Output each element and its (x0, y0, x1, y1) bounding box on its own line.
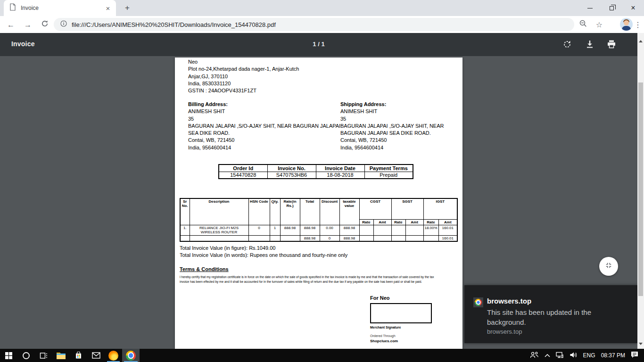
close-window-button[interactable]: × (622, 0, 644, 16)
tray-expand-chevron-icon[interactable] (545, 352, 550, 359)
back-button[interactable]: ← (6, 20, 16, 30)
merchant-signature-label: Merchant Signature (370, 326, 401, 329)
fit-page-button[interactable] (599, 257, 618, 276)
print-icon[interactable] (606, 39, 618, 50)
column-header: CGST (359, 198, 391, 219)
item-qty: 1 (270, 225, 280, 235)
mail-icon (92, 352, 100, 359)
address-line: Contai, WB, 721450 (340, 137, 450, 144)
mail-button[interactable] (87, 349, 105, 362)
microsoft-store-button[interactable] (70, 349, 87, 362)
billing-address-block: Billing Address: ANIMESH SHIT 35 BAGURAN… (188, 101, 341, 151)
minimize-icon (587, 8, 593, 8)
tab-invoice[interactable]: Invoice × (4, 0, 116, 16)
total-in-words: Total Invoice Value (in words): Rupees o… (180, 252, 347, 259)
totals-total: 888.98 (300, 235, 320, 241)
terms-heading: Terms & Conditions (180, 266, 229, 272)
cortana-button[interactable] (17, 349, 35, 362)
microsoft-store-icon (75, 352, 82, 359)
column-header: Order Id (219, 165, 267, 172)
ordered-through-label: Ordered Through (370, 334, 396, 337)
cortana-icon (23, 352, 30, 359)
item-discount: 0.00 (320, 225, 339, 235)
item-hsn: 0 (248, 225, 270, 235)
address-line: India, 8530331120 (188, 80, 386, 87)
task-view-icon (40, 352, 48, 359)
rotate-icon[interactable] (562, 39, 573, 50)
scroll-down-icon[interactable] (639, 343, 643, 345)
forward-button[interactable]: → (23, 20, 33, 30)
document-icon (9, 3, 16, 13)
new-tab-button[interactable]: + (121, 2, 134, 14)
billing-heading: Billing Address: (188, 101, 341, 108)
address-line: ANIMESH SHIT (340, 108, 450, 115)
notification-title: browsers.top (487, 297, 531, 305)
profile-avatar[interactable] (620, 18, 633, 31)
tab-title: Invoice (21, 5, 104, 11)
people-icon[interactable] (529, 352, 539, 360)
item-igst-amt: 160.01 (438, 225, 457, 235)
site-notification-toast[interactable]: browsers.top This site has been updated … (464, 285, 637, 343)
start-button[interactable] (0, 349, 17, 362)
signature-box (370, 303, 432, 323)
invoice-totals: Total Invoice Value (in figure): Rs.1049… (180, 245, 347, 259)
total-in-figure: Total Invoice Value (in figure): Rs.1049… (180, 245, 347, 252)
totals-taxable: 888.98 (339, 235, 359, 241)
address-line: ANIMESH SHIT (188, 108, 341, 115)
totals-igst-amt: 160.01 (438, 235, 457, 241)
item-cgst-amt (373, 225, 391, 235)
seller-gstin: GSTIN : 24AOOPV4331F1ZT (188, 87, 386, 94)
file-explorer-button[interactable] (52, 349, 70, 362)
table-row: 154470828 S470753HB6 18-08-2018 Prepaid (219, 172, 413, 179)
zoom-icon[interactable] (578, 20, 588, 30)
minimize-button[interactable] (579, 0, 601, 16)
item-igst-rate: 18.00% (423, 225, 438, 235)
notification-source: browsers.top (487, 328, 522, 335)
bookmark-star-icon[interactable]: ☆ (594, 20, 604, 30)
address-line: India, 9564600414 (340, 144, 450, 151)
column-header: Amt (438, 219, 457, 225)
volume-icon[interactable] (570, 352, 578, 360)
chrome-icon (126, 351, 136, 361)
firefox-button[interactable] (105, 349, 122, 362)
item-description: RELIANCE JIO-FI M2S WIRELESS ROUTER (190, 225, 248, 235)
restore-button[interactable] (601, 0, 622, 16)
column-header: Invoice No. (267, 165, 316, 172)
vendor-name: Shopclues.com (370, 339, 398, 343)
column-header: IGST (423, 198, 457, 219)
scroll-up-icon[interactable] (639, 40, 643, 42)
item-cgst-rate (359, 225, 373, 235)
page-indicator: 1 / 1 (0, 41, 637, 48)
network-icon[interactable] (556, 352, 564, 360)
column-header: Description (190, 198, 248, 225)
restore-icon (610, 6, 614, 10)
column-header: HSN Code (248, 198, 270, 225)
firefox-icon (108, 351, 118, 361)
seller-address-block: Neo Plot no-24,Khetarpad dada nager-1, A… (188, 58, 386, 94)
column-header: Rate(in Rs.) (280, 198, 300, 225)
invoice-date: 18-08-2018 (316, 172, 364, 179)
windows-logo-icon (5, 352, 12, 359)
clock[interactable]: 08:37 PM (601, 352, 625, 359)
info-icon[interactable] (60, 20, 67, 29)
vertical-scrollbar[interactable] (637, 33, 644, 349)
scrollbar-thumb[interactable] (638, 82, 643, 296)
task-view-button[interactable] (35, 349, 52, 362)
column-header: Total (300, 198, 320, 225)
language-indicator[interactable]: ENG (583, 352, 595, 359)
download-icon[interactable] (585, 39, 596, 50)
order-id: 154470828 (219, 172, 267, 179)
chrome-button[interactable] (122, 349, 140, 362)
column-header: SGST (391, 198, 423, 219)
action-center-icon[interactable] (631, 351, 638, 360)
windows-taskbar: ENG 08:37 PM (0, 349, 644, 362)
tab-close-icon[interactable]: × (104, 4, 112, 12)
url-text: file:///C:/Users/ANIMESH%20%20SHIT/Downl… (72, 21, 276, 28)
seller-name: Neo (188, 58, 386, 66)
fit-to-page-icon (604, 261, 613, 272)
reload-button[interactable] (40, 20, 50, 30)
address-bar[interactable]: file:///C:/Users/ANIMESH%20%20SHIT/Downl… (54, 18, 574, 31)
line-items-table: Sr No. Description HSN Code Qty. Rate(in… (180, 198, 458, 242)
terms-body: I hereby certify that my registration ce… (180, 275, 442, 284)
browser-menu-icon[interactable]: ⋮ (633, 20, 643, 30)
